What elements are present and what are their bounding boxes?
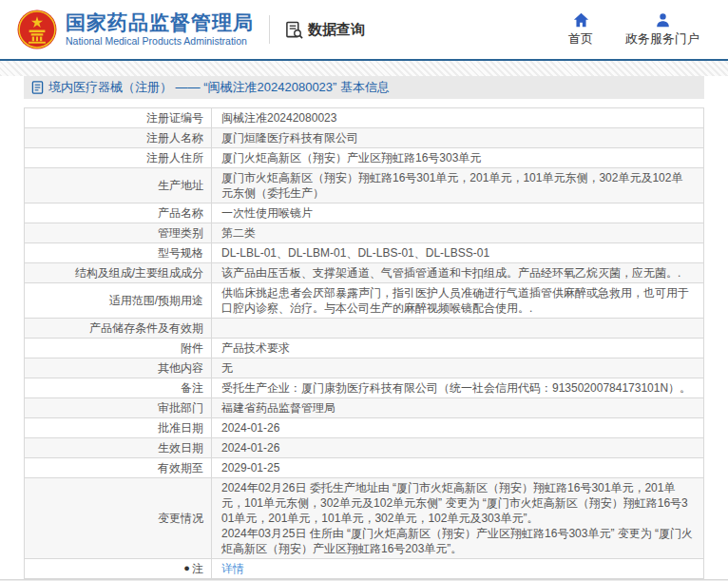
table-row: 附件产品技术要求 (25, 339, 704, 358)
hatch-strip (0, 61, 728, 76)
table-row: 结构及组成/主要组成成分该产品由压舌板、支撑架通道、气管插管通道和卡扣组成。产品… (25, 263, 704, 283)
nav-item-home[interactable]: 首页 (568, 12, 593, 48)
table-row: 备注受托生产企业：厦门康勃医疗科技有限公司（统一社会信用代码：913502007… (25, 378, 704, 398)
content: 境内医疗器械（注册） —— “闽械注准20242080023” 基本信息 注册证… (24, 76, 704, 579)
document-icon (31, 81, 44, 94)
field-label: 管理类别 (25, 223, 212, 243)
field-value: 供临床挑起患者会厌部暴露声门，指引医护人员准确进行气道插管供麻醉或急救用，也可用… (212, 283, 704, 319)
home-icon (573, 12, 589, 28)
nav-item-gov-portal[interactable]: 政务服务门户 (625, 12, 699, 48)
table-row: 产品名称一次性使用喉镜片 (25, 203, 704, 223)
field-value: 产品技术要求 (212, 339, 704, 358)
field-label: 注册人名称 (25, 128, 212, 148)
note-icon: ● (183, 560, 190, 575)
field-value: 无 (212, 358, 704, 378)
info-table-body: 注册证编号闽械注准20242080023注册人名称厦门烜隆医疗科技有限公司注册人… (25, 108, 704, 579)
field-label: 附件 (25, 339, 212, 358)
field-value: 厦门火炬高新区（翔安）产业区翔虹路16号303单元 (212, 148, 704, 168)
table-row: 生效日期2024-01-26 (25, 438, 704, 458)
field-value: DL-LBL-01、DL-LBM-01、DL-LBS-01、DL-LBSS-01 (212, 243, 704, 263)
field-label: 变更情况 (25, 478, 212, 559)
field-label: 审批部门 (25, 398, 212, 418)
table-row: 注册人名称厦门烜隆医疗科技有限公司 (25, 128, 704, 148)
header: 国家药品监督管理局 National Medical Products Admi… (0, 0, 728, 61)
field-value: 详情 (212, 559, 704, 579)
field-value: 福建省药品监督管理局 (212, 398, 704, 418)
table-row: 变更情况2024年02月26日 委托生产地址由 “厦门市火炬高新区（翔安）翔虹路… (25, 478, 704, 559)
nav-home-label: 首页 (568, 30, 593, 48)
field-label: 适用范围/预期用途 (25, 283, 212, 319)
table-row: 生产地址厦门市火炬高新区（翔安）翔虹路16号301单元，201单元，101单元东… (25, 168, 704, 203)
table-row: 管理类别第二类 (25, 223, 704, 243)
table-row: 有效期至2029-01-25 (25, 458, 704, 478)
nav-gov-portal-label: 政务服务门户 (625, 30, 699, 48)
site-subtitle: National Medical Products Administration (66, 34, 254, 48)
table-row: 产品储存条件及有效期 (25, 319, 704, 339)
header-nav: 首页 政务服务门户 (568, 12, 699, 48)
field-label: 生效日期 (25, 438, 212, 458)
field-value: 厦门市火炬高新区（翔安）翔虹路16号301单元，201单元，101单元东侧，30… (212, 168, 704, 203)
header-divider (269, 15, 270, 44)
table-row: 适用范围/预期用途供临床挑起患者会厌部暴露声门，指引医护人员准确进行气道插管供麻… (25, 283, 704, 319)
table-row: ●注详情 (25, 559, 704, 579)
field-label: 其他内容 (25, 358, 212, 378)
table-row: 审批部门福建省药品监督管理局 (25, 398, 704, 418)
document-search-icon (285, 21, 303, 39)
brand[interactable]: 国家药品监督管理局 National Medical Products Admi… (17, 10, 254, 49)
table-row: 注册人住所厦门火炬高新区（翔安）产业区翔虹路16号303单元 (25, 148, 704, 168)
details-link[interactable]: 详情 (221, 562, 244, 575)
field-value: 2029-01-25 (212, 458, 704, 478)
field-label: 产品名称 (25, 203, 212, 223)
data-query-button[interactable]: 数据查询 (285, 21, 365, 39)
breadcrumb: 境内医疗器械（注册） —— “闽械注准20242080023” 基本信息 (24, 76, 704, 99)
table-row: 注册证编号闽械注准20242080023 (25, 108, 704, 128)
field-value: 2024-01-26 (212, 418, 704, 438)
field-value: 第二类 (212, 223, 704, 243)
field-value: 2024-01-26 (212, 438, 704, 458)
field-label: ●注 (25, 559, 212, 579)
field-value: 受托生产企业：厦门康勃医疗科技有限公司（统一社会信用代码：91350200784… (212, 378, 704, 398)
table-row: 型号规格DL-LBL-01、DL-LBM-01、DL-LBS-01、DL-LBS… (25, 243, 704, 263)
field-value: 该产品由压舌板、支撑架通道、气管插管通道和卡扣组成。产品经环氧乙烷灭菌，应无菌。… (212, 263, 704, 283)
field-value: 厦门烜隆医疗科技有限公司 (212, 128, 704, 148)
info-table: 注册证编号闽械注准20242080023注册人名称厦门烜隆医疗科技有限公司注册人… (24, 107, 704, 579)
breadcrumb-text: 境内医疗器械（注册） —— “闽械注准20242080023” 基本信息 (48, 79, 390, 96)
data-query-label: 数据查询 (308, 21, 365, 39)
field-label: 有效期至 (25, 458, 212, 478)
field-label: 型号规格 (25, 243, 212, 263)
field-label: 结构及组成/主要组成成分 (25, 263, 212, 283)
field-label: 备注 (25, 378, 212, 398)
brand-text: 国家药品监督管理局 National Medical Products Admi… (66, 11, 254, 48)
field-label: 批准日期 (25, 418, 212, 438)
field-value (212, 319, 704, 339)
page: 国家药品监督管理局 National Medical Products Admi… (0, 0, 728, 581)
site-title: 国家药品监督管理局 (66, 11, 254, 34)
content-gap (24, 99, 704, 107)
field-label: 注册证编号 (25, 108, 212, 128)
main: 境内医疗器械（注册） —— “闽械注准20242080023” 基本信息 注册证… (0, 76, 728, 579)
table-row: 其他内容无 (25, 358, 704, 378)
field-label: 产品储存条件及有效期 (25, 319, 212, 339)
field-value: 2024年02月26日 委托生产地址由 “厦门市火炬高新区（翔安）翔虹路16号3… (212, 478, 704, 559)
national-emblem-icon (17, 10, 57, 49)
field-label: 注册人住所 (25, 148, 212, 168)
field-value: 一次性使用喉镜片 (212, 203, 704, 223)
table-row: 批准日期2024-01-26 (25, 418, 704, 438)
field-value: 闽械注准20242080023 (212, 108, 704, 128)
user-icon (655, 12, 671, 28)
field-label: 生产地址 (25, 168, 212, 203)
